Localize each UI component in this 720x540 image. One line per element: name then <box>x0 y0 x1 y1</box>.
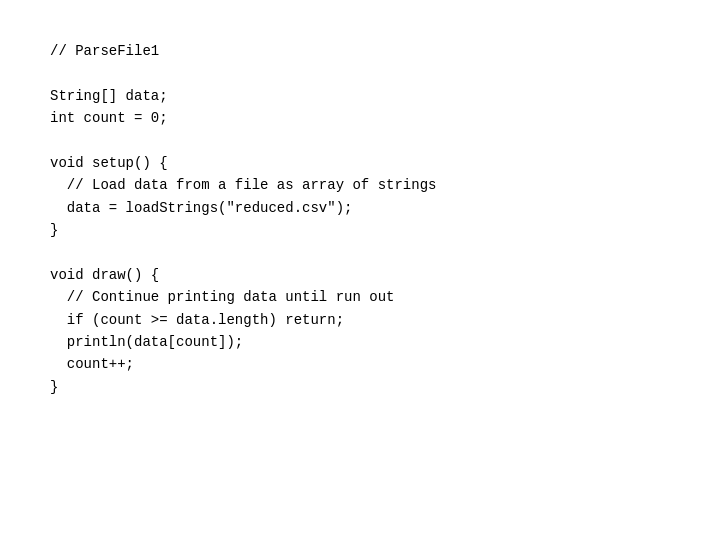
code-line-empty2 <box>50 130 670 152</box>
code-line-line11: count++; <box>50 353 670 375</box>
code-line-line10: println(data[count]); <box>50 331 670 353</box>
code-line-line7: void draw() { <box>50 264 670 286</box>
code-editor: // ParseFile1 String[] data; int count =… <box>0 0 720 540</box>
code-line-line9: if (count >= data.length) return; <box>50 309 670 331</box>
code-line-line5: data = loadStrings("reduced.csv"); <box>50 197 670 219</box>
code-line-line8: // Continue printing data until run out <box>50 286 670 308</box>
code-line-line3: void setup() { <box>50 152 670 174</box>
code-line-empty3 <box>50 242 670 264</box>
code-line-line1: String[] data; <box>50 85 670 107</box>
code-line-line2: int count = 0; <box>50 107 670 129</box>
code-line-empty1 <box>50 62 670 84</box>
code-line-line12: } <box>50 376 670 398</box>
code-line-comment1: // ParseFile1 <box>50 40 670 62</box>
code-line-line4: // Load data from a file as array of str… <box>50 174 670 196</box>
code-line-line6: } <box>50 219 670 241</box>
